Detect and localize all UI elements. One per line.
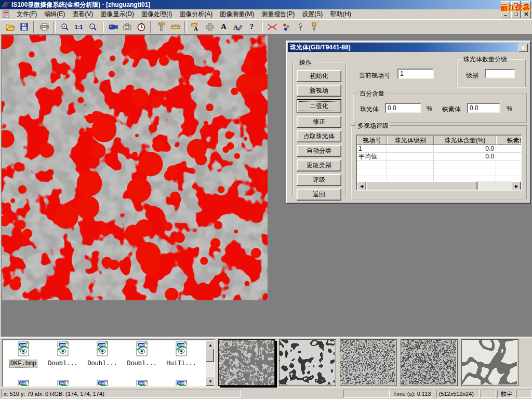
menu-image-process[interactable]: 图像处理(I) bbox=[138, 9, 176, 20]
help-icon[interactable]: ? bbox=[245, 20, 259, 33]
file-item[interactable]: BMP bbox=[44, 380, 82, 387]
file-item[interactable]: BMP bbox=[4, 380, 43, 387]
table-hscrollbar[interactable] bbox=[357, 181, 521, 190]
svg-text:BMP: BMP bbox=[20, 343, 27, 347]
table-header: 视场号 珠光体级别 珠光体含量(%) 铁素体含量(%) bbox=[357, 136, 521, 145]
dialog-title-bar[interactable]: 珠光体(GB/T9441-88) bbox=[288, 43, 529, 52]
table-row-empty bbox=[357, 168, 521, 176]
brush-icon[interactable] bbox=[307, 20, 321, 33]
application-window: IS100显微摄像系统(金相分析版) - [zhuguangti01] 丽江仪器… bbox=[0, 0, 532, 399]
zoom-in-icon[interactable] bbox=[58, 20, 72, 33]
bmp-file-icon: BMP bbox=[172, 341, 190, 358]
sample-thumbnail[interactable] bbox=[218, 339, 275, 386]
dialog-title: 珠光体(GB/T9441-88) bbox=[290, 43, 351, 52]
table-row[interactable]: 1 0.0 bbox=[357, 145, 521, 153]
timer-icon[interactable] bbox=[134, 20, 148, 33]
menu-image-analysis[interactable]: 图像分析(A) bbox=[176, 9, 216, 20]
operations-group: 操作 初始化 新视场 二值化 修正 点取珠光体 自动分类 更改类别 评级 返回 bbox=[292, 62, 347, 197]
caliper-icon[interactable] bbox=[154, 20, 168, 33]
grid-icon[interactable] bbox=[203, 20, 217, 33]
file-item[interactable]: BMPHuiTi... bbox=[162, 341, 201, 367]
open-folder-icon[interactable] bbox=[3, 20, 17, 33]
table-row-empty bbox=[357, 161, 521, 168]
grade-input[interactable] bbox=[485, 69, 515, 78]
current-field-input[interactable] bbox=[397, 69, 434, 79]
return-button[interactable]: 返回 bbox=[297, 189, 341, 201]
percent-group: 百分含量 珠光体 % 铁素体 % bbox=[353, 93, 527, 123]
file-vscrollbar[interactable] bbox=[206, 340, 214, 386]
grade-group: 珠光体数量分级 级别 bbox=[457, 59, 526, 88]
ferrite-percent-input[interactable] bbox=[467, 103, 500, 113]
menu-measure-report[interactable]: 测量报告(P) bbox=[258, 9, 298, 20]
menu-file[interactable]: 文件(F) bbox=[13, 9, 41, 20]
scroll-right-icon[interactable] bbox=[512, 181, 521, 191]
app-logo-icon[interactable] bbox=[1, 1, 9, 8]
file-name: Doubl... bbox=[87, 360, 118, 367]
sample-thumbnail[interactable] bbox=[340, 339, 397, 386]
pick-pearlite-button[interactable]: 点取珠光体 bbox=[297, 130, 341, 142]
scroll-left-icon[interactable] bbox=[357, 181, 366, 191]
svg-text:BMP: BMP bbox=[99, 343, 106, 347]
svg-text:A: A bbox=[233, 23, 238, 31]
menu-image-display[interactable]: 图像显示(D) bbox=[97, 9, 138, 20]
print-icon[interactable] bbox=[37, 20, 51, 33]
scrollbar-thumb[interactable] bbox=[206, 349, 214, 362]
dialog-close-button[interactable] bbox=[518, 44, 528, 52]
bmp-file-icon: BMP bbox=[94, 380, 111, 387]
file-item[interactable]: BMPDoubl... bbox=[44, 341, 82, 367]
document-icon[interactable] bbox=[2, 10, 10, 18]
multi-field-group: 多视场评级 视场号 珠光体级别 珠光体含量(%) 铁素体含量(%) 1 0.0 bbox=[351, 125, 527, 200]
scroll-down-icon[interactable] bbox=[206, 377, 215, 386]
micrograph-image[interactable] bbox=[2, 35, 268, 300]
menu-image-measure[interactable]: 图像测量(M) bbox=[216, 9, 258, 20]
title-bar[interactable]: IS100显微摄像系统(金相分析版) - [zhuguangti01] bbox=[0, 0, 532, 9]
pen-icon[interactable] bbox=[293, 20, 307, 33]
file-name: Doubl... bbox=[47, 360, 78, 367]
change-class-button[interactable]: 更改类别 bbox=[297, 159, 341, 171]
sample-thumbnail[interactable] bbox=[401, 339, 458, 386]
pearlite-dialog: 珠光体(GB/T9441-88) 操作 初始化 新视场 二值化 修正 点取珠光体… bbox=[286, 41, 531, 204]
svg-text:BMP: BMP bbox=[178, 343, 185, 347]
curve-tool-icon[interactable] bbox=[265, 20, 279, 33]
file-item[interactable]: BMP bbox=[123, 380, 161, 387]
text-icon[interactable]: A bbox=[217, 20, 231, 33]
measure-text-icon[interactable]: A bbox=[189, 20, 203, 33]
svg-text:BMP: BMP bbox=[60, 343, 66, 347]
mdi-workspace: 珠光体(GB/T9441-88) 操作 初始化 新视场 二值化 修正 点取珠光体… bbox=[0, 34, 532, 337]
rate-button[interactable]: 评级 bbox=[297, 174, 341, 186]
auto-classify-button[interactable]: 自动分类 bbox=[297, 145, 341, 157]
toolbar-separator bbox=[33, 21, 35, 33]
init-button[interactable]: 初始化 bbox=[297, 70, 341, 82]
phase-balls-icon[interactable] bbox=[279, 20, 293, 33]
file-item[interactable]: BMPDoubl... bbox=[123, 341, 161, 367]
correct-button[interactable]: 修正 bbox=[297, 116, 341, 128]
table-row[interactable]: 平均值 0.0 bbox=[357, 153, 521, 161]
menu-edit[interactable]: 编辑(E) bbox=[41, 9, 69, 20]
file-item[interactable]: BMP bbox=[83, 380, 122, 387]
file-name: DKF.bmp bbox=[9, 360, 37, 368]
toolbar-separator bbox=[184, 21, 187, 33]
actual-size-icon[interactable]: 1:1 bbox=[72, 20, 86, 33]
bmp-file-icon: BMP bbox=[133, 341, 151, 358]
video-camera-icon[interactable] bbox=[106, 20, 120, 33]
file-item[interactable]: BMPDKF.bmp bbox=[4, 341, 43, 368]
file-item[interactable]: BMPDoubl... bbox=[83, 341, 122, 367]
annotate-icon[interactable]: A bbox=[231, 20, 245, 33]
new-field-button[interactable]: 新视场 bbox=[297, 85, 341, 97]
menu-view[interactable]: 查看(V) bbox=[69, 9, 97, 20]
toolbar-separator bbox=[150, 21, 152, 33]
ruler-icon[interactable] bbox=[168, 20, 182, 33]
menu-help[interactable]: 帮助(H) bbox=[326, 9, 355, 20]
file-item[interactable]: BMP bbox=[162, 380, 201, 387]
sample-thumbnail[interactable] bbox=[461, 339, 518, 386]
menu-settings[interactable]: 设置(S) bbox=[298, 9, 326, 20]
pearlite-percent-input[interactable] bbox=[385, 103, 421, 113]
save-icon[interactable] bbox=[17, 20, 31, 33]
bmp-file-icon: BMP bbox=[172, 380, 190, 387]
sample-thumbnail[interactable] bbox=[279, 339, 336, 386]
zoom-out-icon[interactable] bbox=[86, 20, 100, 33]
scrollbar-thumb[interactable] bbox=[366, 181, 477, 191]
file-browser: BMPDKF.bmpBMPDoubl...BMPDoubl...BMPDoubl… bbox=[2, 339, 215, 387]
binarize-button[interactable]: 二值化 bbox=[297, 99, 341, 113]
capture-icon[interactable] bbox=[120, 20, 134, 33]
